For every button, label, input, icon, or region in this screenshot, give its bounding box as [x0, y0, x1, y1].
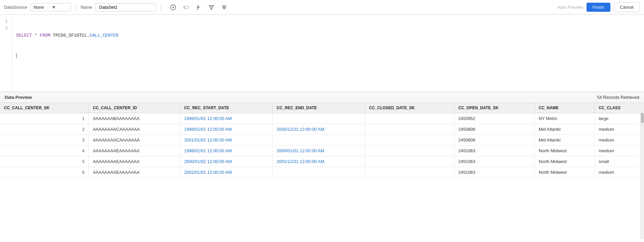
table-cell: medium [595, 135, 644, 146]
name-label: Name [81, 5, 92, 10]
table-cell: 1 [0, 113, 89, 124]
table-cell: 2002/01/01 12:00:00 AM [180, 167, 272, 178]
datasource-dropdown[interactable]: None ▼ [31, 3, 71, 11]
sql-editor: 1 2 SELECT * FROM TPCDS_SF10TCL.CALL_CEN… [0, 15, 644, 92]
finish-button[interactable]: Finish [587, 3, 610, 12]
table-cell: NY Metro [534, 113, 594, 124]
table-cell [365, 135, 454, 146]
table-cell [365, 113, 454, 124]
table-container[interactable]: CC_CALL_CENTER_SK CC_CALL_CENTER_ID CC_R… [0, 103, 644, 239]
table-header: CC_CALL_CENTER_SK CC_CALL_CENTER_ID CC_R… [0, 103, 644, 113]
sql-content[interactable]: SELECT * FROM TPCDS_SF10TCL.CALL_CENTER [12, 15, 644, 92]
table-cell [273, 113, 365, 124]
cancel-button[interactable]: Cancel [614, 2, 640, 12]
filter-icon [208, 4, 214, 10]
table-cell: 2450952 [454, 113, 534, 124]
table-cell: North Midwest [534, 167, 594, 178]
run-button[interactable] [168, 3, 178, 12]
records-count: 54 Records Retrieved [597, 95, 639, 100]
auto-preview-label: Auto Preview [557, 5, 583, 10]
col-header-cc-rec-end-date: CC_REC_END_DATE [273, 103, 365, 113]
data-preview-header: Data Preview 54 Records Retrieved [0, 92, 644, 103]
scrollbar-track[interactable] [641, 103, 644, 239]
table-row: 2AAAAAAAACAAAAAAA1998/01/01 12:00:00 AM2… [0, 124, 644, 135]
table-cell: 2451063 [454, 156, 534, 167]
header-row: CC_CALL_CENTER_SK CC_CALL_CENTER_ID CC_R… [0, 103, 644, 113]
table-body: 1AAAAAAABAAAAAAAA1998/01/01 12:00:00 AM2… [0, 113, 644, 178]
toolbar: DataSource None ▼ Name [0, 0, 644, 15]
table-cell: Mid Atlantic [534, 135, 594, 146]
table-row: 4AAAAAAAAEAAAAAAA1998/01/01 12:00:00 AM2… [0, 146, 644, 156]
data-preview-title: Data Preview [5, 95, 32, 100]
table-cell: 1998/01/01 12:00:00 AM [180, 124, 272, 135]
play-icon [170, 4, 176, 10]
table-cell: 2001/12/31 12:00:00 AM [273, 156, 365, 167]
svg-marker-1 [173, 6, 174, 8]
table-cell [365, 146, 454, 156]
table-cell: 2 [0, 124, 89, 135]
table-cell: medium [595, 146, 644, 156]
sql-line-1: SELECT * FROM TPCDS_SF10TCL.CALL_CENTER [16, 32, 640, 39]
table-cell: North Midwest [534, 156, 594, 167]
table-cell: large [595, 113, 644, 124]
table-cell: AAAAAAAACAAAAAAA [89, 124, 180, 135]
sort-icon [221, 4, 227, 10]
dataset-name-input[interactable] [95, 3, 156, 11]
toggle-icon [183, 4, 189, 10]
col-header-cc-rec-start-date: CC_REC_START_DATE [180, 103, 272, 113]
table-cell: 5 [0, 156, 89, 167]
sort-button[interactable] [219, 3, 229, 12]
line-numbers: 1 2 [0, 15, 12, 92]
col-header-cc-name: CC_NAME [534, 103, 594, 113]
toolbar-icons [168, 3, 229, 12]
sql-line-2 [16, 53, 640, 58]
table-cell: medium [595, 167, 644, 178]
function-icon [196, 4, 202, 10]
col-header-cc-open-date-sk: CC_OPEN_DATE_SK [454, 103, 534, 113]
sql-keyword-select: SELECT [16, 33, 32, 38]
table-cell: 2000/12/31 12:00:00 AM [273, 124, 365, 135]
datasource-label: DataSource [4, 5, 27, 10]
table-cell: 2451063 [454, 146, 534, 156]
table-cell: AAAAAAAAEAAAAAAA [89, 156, 180, 167]
table-cell: 4 [0, 146, 89, 156]
table-cell: AAAAAAABAAAAAAAA [89, 113, 180, 124]
filter-button[interactable] [207, 3, 216, 12]
table-cell: 2450806 [454, 124, 534, 135]
line-number-1: 1 [3, 18, 8, 25]
table-cell: North Midwest [534, 146, 594, 156]
table-cell: 6 [0, 167, 89, 178]
table-cell: AAAAAAAAEAAAAAAA [89, 146, 180, 156]
table-row: 3AAAAAAAACAAAAAAA2001/01/01 12:00:00 AM2… [0, 135, 644, 146]
toolbar-separator-1 [76, 3, 76, 11]
table-cell: AAAAAAAAEAAAAAAA [89, 167, 180, 178]
table-cell: small [595, 156, 644, 167]
svg-marker-4 [209, 5, 214, 9]
table-cell: 3 [0, 135, 89, 146]
table-cell: 2000/01/01 12:00:00 AM [273, 146, 365, 156]
line-number-2: 2 [3, 25, 8, 32]
table-cell [365, 156, 454, 167]
table-cell: 2001/01/01 12:00:00 AM [180, 135, 272, 146]
table-row: 6AAAAAAAAEAAAAAAA2002/01/01 12:00:00 AM2… [0, 167, 644, 178]
table-cell: Mid Atlantic [534, 124, 594, 135]
function-button[interactable] [194, 3, 203, 12]
col-header-cc-call-center-sk: CC_CALL_CENTER_SK [0, 103, 89, 113]
table-cell [273, 167, 365, 178]
col-header-cc-call-center-id: CC_CALL_CENTER_ID [89, 103, 180, 113]
table-row: 1AAAAAAABAAAAAAAA1998/01/01 12:00:00 AM2… [0, 113, 644, 124]
col-header-cc-class: CC_CLASS [595, 103, 644, 113]
toggle-button[interactable] [181, 3, 191, 12]
data-table: CC_CALL_CENTER_SK CC_CALL_CENTER_ID CC_R… [0, 103, 644, 178]
toolbar-separator-2 [161, 3, 161, 11]
col-header-cc-closed-date-sk: CC_CLOSED_DATE_SK [365, 103, 454, 113]
table-cell: medium [595, 124, 644, 135]
table-row: 5AAAAAAAAEAAAAAAA2000/01/02 12:00:00 AM2… [0, 156, 644, 167]
datasource-value: None [34, 5, 50, 10]
table-cell: 2450806 [454, 135, 534, 146]
table-cell [273, 135, 365, 146]
table-cell [365, 124, 454, 135]
table-cell: 2451063 [454, 167, 534, 178]
svg-point-3 [184, 6, 186, 8]
chevron-down-icon: ▼ [52, 5, 68, 10]
